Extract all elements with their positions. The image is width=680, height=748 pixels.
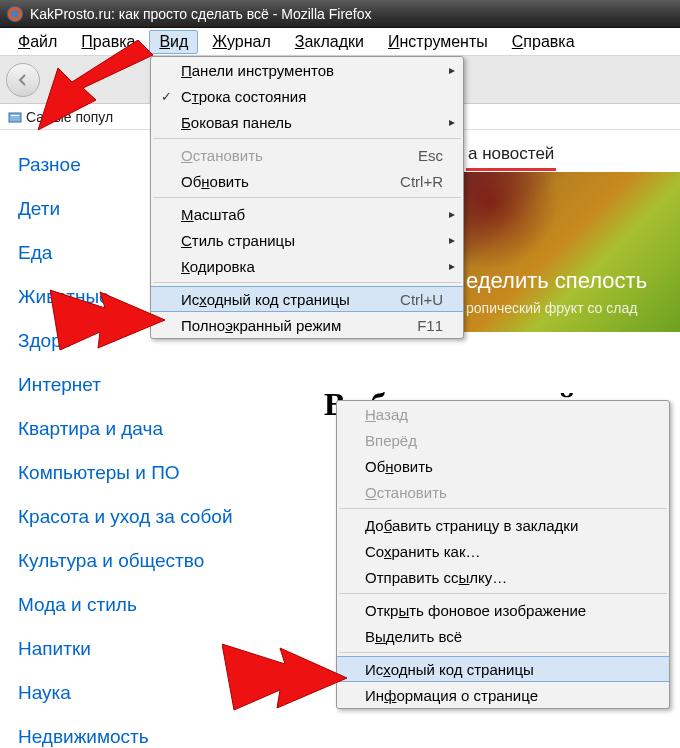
menuitem-status-bar[interactable]: Строка состояния <box>151 83 463 109</box>
menu-help[interactable]: Справка <box>502 30 585 54</box>
view-dropdown-menu: Панели инструментов Строка состояния Бок… <box>150 56 464 339</box>
annotation-arrow-2 <box>50 280 170 360</box>
svg-marker-6 <box>222 644 347 710</box>
menuitem-fullscreen[interactable]: Полноэкранный режимF11 <box>151 312 463 338</box>
sidebar-link[interactable]: Квартира и дача <box>18 418 278 440</box>
ctx-stop: Остановить <box>337 479 669 505</box>
article-banner[interactable]: еделить спелость ропический фрукт со сла… <box>458 172 680 332</box>
ctx-page-info[interactable]: Информация о странице <box>337 682 669 708</box>
sidebar-link[interactable]: Культура и общество <box>18 550 278 572</box>
banner-title: еделить спелость <box>466 268 647 294</box>
menu-separator <box>339 652 667 653</box>
ctx-select-all[interactable]: Выделить всё <box>337 623 669 649</box>
ctx-send-link[interactable]: Отправить ссылку… <box>337 564 669 590</box>
sidebar-link[interactable]: Мода и стиль <box>18 594 278 616</box>
menuitem-stop: ОстановитьEsc <box>151 142 463 168</box>
menuitem-sidebar[interactable]: Боковая панель <box>151 109 463 135</box>
menu-separator <box>153 197 461 198</box>
annotation-arrow-3 <box>222 638 352 718</box>
ctx-reload[interactable]: Обновить <box>337 453 669 479</box>
ctx-page-source[interactable]: Исходный код страницы <box>337 656 669 682</box>
ctx-bookmark[interactable]: Добавить страницу в закладки <box>337 512 669 538</box>
bookmark-folder-icon <box>8 110 22 124</box>
sidebar-link[interactable]: Красота и уход за собой <box>18 506 278 528</box>
ctx-back: Назад <box>337 401 669 427</box>
menuitem-page-source[interactable]: Исходный код страницыCtrl+U <box>151 286 463 312</box>
window-titlebar: KakProsto.ru: как просто сделать всё - M… <box>0 0 680 28</box>
sidebar-link[interactable]: Компьютеры и ПО <box>18 462 278 484</box>
menu-tools[interactable]: Инструменты <box>378 30 498 54</box>
ctx-open-bg-image[interactable]: Открыть фоновое изображение <box>337 597 669 623</box>
news-tab[interactable]: а новостей <box>466 140 556 171</box>
menuitem-page-style[interactable]: Стиль страницы <box>151 227 463 253</box>
svg-marker-4 <box>38 40 153 130</box>
sidebar-link[interactable]: Недвижимость <box>18 726 278 748</box>
menu-bookmarks[interactable]: Закладки <box>285 30 374 54</box>
firefox-icon <box>6 5 24 23</box>
menu-separator <box>153 282 461 283</box>
menu-separator <box>339 508 667 509</box>
svg-point-1 <box>11 10 19 18</box>
ctx-save-as[interactable]: Сохранить как… <box>337 538 669 564</box>
menuitem-toolbars[interactable]: Панели инструментов <box>151 57 463 83</box>
back-button[interactable] <box>6 63 40 97</box>
window-title: KakProsto.ru: как просто сделать всё - M… <box>30 6 372 22</box>
svg-marker-5 <box>50 290 165 350</box>
ctx-forward: Вперёд <box>337 427 669 453</box>
banner-subtitle: ропический фрукт со слад <box>466 300 637 316</box>
annotation-arrow-1 <box>38 40 158 130</box>
menu-separator <box>153 138 461 139</box>
svg-rect-2 <box>9 113 21 122</box>
svg-rect-3 <box>11 115 19 116</box>
menuitem-encoding[interactable]: Кодировка <box>151 253 463 279</box>
menu-history[interactable]: Журнал <box>202 30 280 54</box>
context-menu: Назад Вперёд Обновить Остановить Добавит… <box>336 400 670 709</box>
sidebar-link[interactable]: Интернет <box>18 374 278 396</box>
menuitem-reload[interactable]: ОбновитьCtrl+R <box>151 168 463 194</box>
menuitem-zoom[interactable]: Масштаб <box>151 201 463 227</box>
menu-separator <box>339 593 667 594</box>
